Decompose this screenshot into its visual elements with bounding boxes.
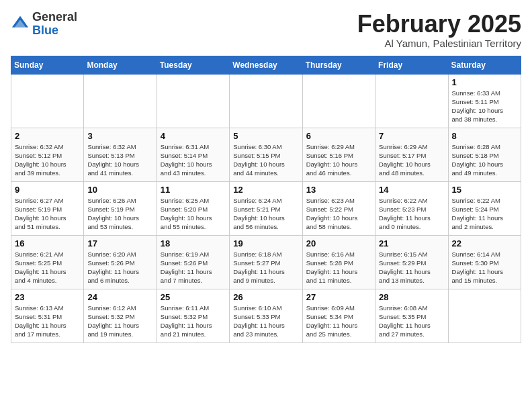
calendar-cell: 22Sunrise: 6:14 AM Sunset: 5:30 PM Dayli… <box>448 235 521 289</box>
calendar-cell: 6Sunrise: 6:29 AM Sunset: 5:16 PM Daylig… <box>302 128 375 181</box>
header-day-monday: Monday <box>84 56 157 74</box>
calendar-cell: 18Sunrise: 6:19 AM Sunset: 5:26 PM Dayli… <box>157 235 229 289</box>
day-info: Sunrise: 6:28 AM Sunset: 5:18 PM Dayligh… <box>452 142 517 178</box>
day-number: 24 <box>87 292 152 302</box>
calendar-cell <box>448 289 521 342</box>
calendar-subtitle: Al Yamun, Palestinian Territory <box>357 38 521 49</box>
calendar-cell: 8Sunrise: 6:28 AM Sunset: 5:18 PM Daylig… <box>448 128 521 181</box>
calendar-table: SundayMondayTuesdayWednesdayThursdayFrid… <box>11 56 521 343</box>
calendar-cell: 11Sunrise: 6:25 AM Sunset: 5:20 PM Dayli… <box>157 181 229 235</box>
day-info: Sunrise: 6:09 AM Sunset: 5:34 PM Dayligh… <box>306 304 371 339</box>
calendar-cell: 3Sunrise: 6:32 AM Sunset: 5:13 PM Daylig… <box>84 128 157 181</box>
day-info: Sunrise: 6:14 AM Sunset: 5:30 PM Dayligh… <box>452 250 517 285</box>
day-number: 16 <box>15 238 80 248</box>
calendar-body: 1Sunrise: 6:33 AM Sunset: 5:11 PM Daylig… <box>11 74 521 342</box>
day-info: Sunrise: 6:29 AM Sunset: 5:17 PM Dayligh… <box>379 142 444 178</box>
calendar-header-row: SundayMondayTuesdayWednesdayThursdayFrid… <box>11 56 521 74</box>
calendar-cell: 7Sunrise: 6:29 AM Sunset: 5:17 PM Daylig… <box>375 128 448 181</box>
day-number: 18 <box>161 238 226 248</box>
day-number: 13 <box>306 185 371 195</box>
calendar-week-row: 2Sunrise: 6:32 AM Sunset: 5:12 PM Daylig… <box>11 128 521 181</box>
header-day-saturday: Saturday <box>448 56 521 74</box>
day-info: Sunrise: 6:20 AM Sunset: 5:26 PM Dayligh… <box>87 250 152 285</box>
day-info: Sunrise: 6:32 AM Sunset: 5:13 PM Dayligh… <box>87 142 152 178</box>
day-number: 11 <box>161 185 226 195</box>
calendar-cell: 16Sunrise: 6:21 AM Sunset: 5:25 PM Dayli… <box>11 235 84 289</box>
day-number: 26 <box>233 292 298 302</box>
day-info: Sunrise: 6:31 AM Sunset: 5:14 PM Dayligh… <box>161 142 226 178</box>
calendar-cell <box>11 74 84 128</box>
calendar-cell: 15Sunrise: 6:22 AM Sunset: 5:24 PM Dayli… <box>448 181 521 235</box>
calendar-week-row: 9Sunrise: 6:27 AM Sunset: 5:19 PM Daylig… <box>11 181 521 235</box>
calendar-cell: 21Sunrise: 6:15 AM Sunset: 5:29 PM Dayli… <box>375 235 448 289</box>
day-number: 6 <box>306 131 371 141</box>
day-number: 27 <box>306 292 371 302</box>
header-day-wednesday: Wednesday <box>230 56 302 74</box>
calendar-cell: 28Sunrise: 6:08 AM Sunset: 5:35 PM Dayli… <box>375 289 448 342</box>
day-number: 8 <box>452 131 517 141</box>
day-info: Sunrise: 6:30 AM Sunset: 5:15 PM Dayligh… <box>233 142 298 178</box>
day-info: Sunrise: 6:33 AM Sunset: 5:11 PM Dayligh… <box>452 89 517 124</box>
header-day-sunday: Sunday <box>11 56 84 74</box>
calendar-week-row: 16Sunrise: 6:21 AM Sunset: 5:25 PM Dayli… <box>11 235 521 289</box>
calendar-cell: 23Sunrise: 6:13 AM Sunset: 5:31 PM Dayli… <box>11 289 84 342</box>
calendar-cell: 5Sunrise: 6:30 AM Sunset: 5:15 PM Daylig… <box>230 128 302 181</box>
calendar-cell: 2Sunrise: 6:32 AM Sunset: 5:12 PM Daylig… <box>11 128 84 181</box>
day-number: 5 <box>233 131 298 141</box>
calendar-cell: 1Sunrise: 6:33 AM Sunset: 5:11 PM Daylig… <box>448 74 521 128</box>
day-number: 4 <box>161 131 226 141</box>
day-info: Sunrise: 6:21 AM Sunset: 5:25 PM Dayligh… <box>15 250 80 285</box>
calendar-cell <box>302 74 375 128</box>
calendar-week-row: 23Sunrise: 6:13 AM Sunset: 5:31 PM Dayli… <box>11 289 521 342</box>
day-number: 10 <box>87 185 152 195</box>
calendar-cell <box>84 74 157 128</box>
day-number: 12 <box>233 185 298 195</box>
day-number: 9 <box>15 185 80 195</box>
calendar-cell: 19Sunrise: 6:18 AM Sunset: 5:27 PM Dayli… <box>230 235 302 289</box>
calendar-cell: 9Sunrise: 6:27 AM Sunset: 5:19 PM Daylig… <box>11 181 84 235</box>
day-info: Sunrise: 6:24 AM Sunset: 5:21 PM Dayligh… <box>233 196 298 232</box>
day-info: Sunrise: 6:26 AM Sunset: 5:19 PM Dayligh… <box>87 196 152 232</box>
day-number: 14 <box>379 185 444 195</box>
day-info: Sunrise: 6:15 AM Sunset: 5:29 PM Dayligh… <box>379 250 444 285</box>
day-info: Sunrise: 6:18 AM Sunset: 5:27 PM Dayligh… <box>233 250 298 285</box>
calendar-cell: 26Sunrise: 6:10 AM Sunset: 5:33 PM Dayli… <box>230 289 302 342</box>
calendar-cell: 10Sunrise: 6:26 AM Sunset: 5:19 PM Dayli… <box>84 181 157 235</box>
calendar-week-row: 1Sunrise: 6:33 AM Sunset: 5:11 PM Daylig… <box>11 74 521 128</box>
day-number: 1 <box>452 77 517 87</box>
day-number: 15 <box>452 185 517 195</box>
day-number: 7 <box>379 131 444 141</box>
header-day-thursday: Thursday <box>302 56 375 74</box>
calendar-cell: 27Sunrise: 6:09 AM Sunset: 5:34 PM Dayli… <box>302 289 375 342</box>
logo: General Blue <box>11 11 77 38</box>
day-info: Sunrise: 6:22 AM Sunset: 5:23 PM Dayligh… <box>379 196 444 232</box>
day-info: Sunrise: 6:32 AM Sunset: 5:12 PM Dayligh… <box>15 142 80 178</box>
header-day-tuesday: Tuesday <box>157 56 229 74</box>
day-info: Sunrise: 6:22 AM Sunset: 5:24 PM Dayligh… <box>452 196 517 232</box>
calendar-title: February 2025 <box>357 11 521 38</box>
day-number: 19 <box>233 238 298 248</box>
title-area: February 2025 Al Yamun, Palestinian Terr… <box>357 11 521 49</box>
day-info: Sunrise: 6:23 AM Sunset: 5:22 PM Dayligh… <box>306 196 371 232</box>
logo-blue-text: Blue <box>32 24 77 38</box>
day-number: 3 <box>87 131 152 141</box>
day-info: Sunrise: 6:11 AM Sunset: 5:32 PM Dayligh… <box>161 304 226 339</box>
calendar-cell <box>157 74 229 128</box>
logo-general-text: General <box>32 11 77 24</box>
day-info: Sunrise: 6:16 AM Sunset: 5:28 PM Dayligh… <box>306 250 371 285</box>
calendar-cell <box>375 74 448 128</box>
day-info: Sunrise: 6:25 AM Sunset: 5:20 PM Dayligh… <box>161 196 226 232</box>
day-info: Sunrise: 6:08 AM Sunset: 5:35 PM Dayligh… <box>379 304 444 339</box>
day-number: 25 <box>161 292 226 302</box>
calendar-cell: 25Sunrise: 6:11 AM Sunset: 5:32 PM Dayli… <box>157 289 229 342</box>
day-number: 21 <box>379 238 444 248</box>
day-info: Sunrise: 6:13 AM Sunset: 5:31 PM Dayligh… <box>15 304 80 339</box>
calendar-cell: 17Sunrise: 6:20 AM Sunset: 5:26 PM Dayli… <box>84 235 157 289</box>
calendar-cell: 12Sunrise: 6:24 AM Sunset: 5:21 PM Dayli… <box>230 181 302 235</box>
header: General Blue February 2025 Al Yamun, Pal… <box>11 11 521 49</box>
calendar-cell: 13Sunrise: 6:23 AM Sunset: 5:22 PM Dayli… <box>302 181 375 235</box>
day-number: 22 <box>452 238 517 248</box>
day-number: 2 <box>15 131 80 141</box>
day-number: 23 <box>15 292 80 302</box>
calendar-cell: 4Sunrise: 6:31 AM Sunset: 5:14 PM Daylig… <box>157 128 229 181</box>
